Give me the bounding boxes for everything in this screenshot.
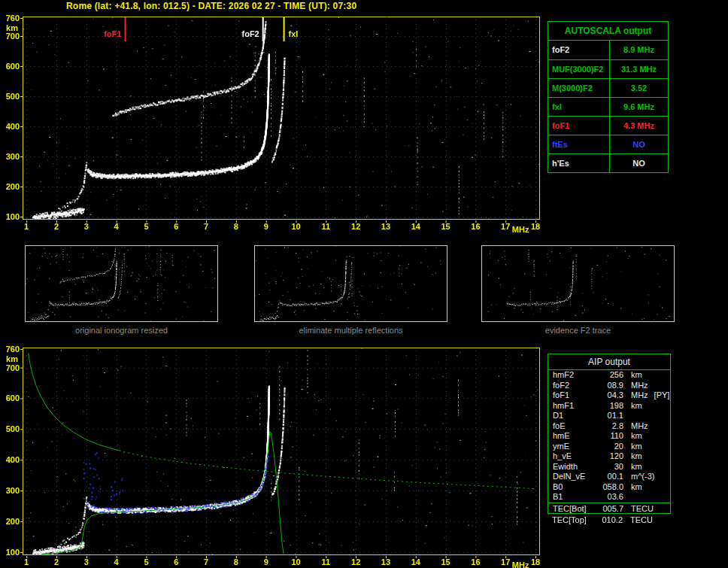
autoscala-output-table: AUTOSCALA output foF28.9 MHzMUF(3000)F23… bbox=[548, 21, 669, 173]
thumbnail-original-ionogram bbox=[25, 245, 218, 322]
aip-row-B1: B103.6 bbox=[548, 492, 670, 503]
autoscala-output-title: AUTOSCALA output bbox=[548, 22, 668, 41]
autoscala-value-M3000F2: 3.52 bbox=[610, 79, 668, 97]
autoscala-row-M3000F2: M(3000)F23.52 bbox=[548, 78, 668, 97]
aip-param-tec-top: TEC[Top] bbox=[552, 515, 596, 525]
thumbnail-caption-original: original ionogram resized bbox=[25, 326, 218, 335]
autoscala-param-M3000F2: M(3000)F2 bbox=[548, 79, 610, 97]
aip-unit-tec-bot: TECU bbox=[631, 503, 654, 514]
thumbnail-evidence-f2 bbox=[481, 245, 675, 322]
autoscala-value-hEs: NO bbox=[610, 154, 668, 172]
aip-row-foE: foE2.8MHz bbox=[548, 421, 670, 432]
ionogram-bottom-canvas bbox=[0, 343, 549, 568]
aip-row-DelN_vE: DelN_vE00.1m^(-3) bbox=[548, 472, 670, 482]
autoscala-value-ftEs: NO bbox=[610, 135, 668, 153]
autoscala-param-MUF3000F2: MUF(3000)F2 bbox=[548, 60, 610, 78]
autoscala-row-ftEs: ftEsNO bbox=[548, 135, 668, 153]
autoscala-row-foF2: foF28.9 MHz bbox=[548, 41, 668, 59]
aip-row-foF2: foF208.9MHz bbox=[548, 381, 670, 391]
aip-value-tec-top: 010.2 bbox=[596, 515, 623, 525]
autoscala-row-fxI: fxI9.6 MHz bbox=[548, 97, 668, 116]
thumbnail-original-canvas bbox=[26, 246, 217, 321]
autoscala-param-hEs: h'Es bbox=[548, 154, 610, 172]
autoscala-row-MUF3000F2: MUF(3000)F231.3 MHz bbox=[548, 59, 668, 78]
aip-row-Ewidth: Ewidth30km bbox=[548, 462, 670, 472]
autoscala-param-ftEs: ftEs bbox=[548, 135, 610, 153]
aip-param-tec-bot: TEC[Bot] bbox=[553, 503, 596, 514]
aip-row-tec-bot: TEC[Bot]005.7TECU bbox=[548, 503, 670, 513]
thumbnail-evidence-f2-canvas bbox=[482, 246, 674, 321]
aip-row-foF1: foF104.3MHz[PY] bbox=[548, 390, 670, 401]
autoscala-value-fxI: 9.6 MHz bbox=[610, 98, 668, 116]
autoscala-value-MUF3000F2: 31.3 MHz bbox=[610, 60, 668, 78]
autoscala-value-foF2: 8.9 MHz bbox=[610, 41, 668, 59]
ionogram-top-canvas bbox=[0, 12, 549, 234]
autoscala-param-fxI: fxI bbox=[548, 98, 610, 116]
thumbnail-eliminate-reflections bbox=[254, 245, 447, 322]
aip-unit-tec-top: TECU bbox=[630, 515, 653, 525]
aip-row-hmF1: hmF1198km bbox=[548, 401, 670, 412]
page-title: Rome (lat: +41.8, lon: 012.5) - DATE: 20… bbox=[66, 1, 356, 11]
aip-row-D1: D101.1 bbox=[548, 411, 670, 421]
aip-row-ymE: ymE20km bbox=[548, 442, 670, 452]
aip-row-B0: B0058.0km bbox=[548, 482, 670, 493]
autoscala-param-foF2: foF2 bbox=[548, 41, 610, 59]
autoscala-row-foF1: foF14.3 MHz bbox=[548, 116, 668, 135]
thumbnail-caption-eliminate-reflections: eliminate multiple reflections bbox=[254, 326, 447, 335]
aip-output-table: AIP output hmF2256kmfoF208.9MHzfoF104.3M… bbox=[548, 354, 671, 514]
autoscala-param-foF1: foF1 bbox=[548, 117, 610, 135]
aip-row-hmF2: hmF2256km bbox=[548, 370, 670, 381]
aip-value-tec-bot: 005.7 bbox=[596, 503, 623, 514]
thumbnail-caption-evidence-f2: evidence F2 trace bbox=[481, 326, 675, 335]
aip-row-hmE: hmE110km bbox=[548, 431, 670, 442]
aip-rows: hmF2256kmfoF208.9MHzfoF104.3MHz[PY]hmF11… bbox=[548, 370, 670, 503]
thumbnail-eliminate-reflections-canvas bbox=[255, 246, 447, 321]
aip-row-tec-top: TEC[Top]010.2TECU bbox=[548, 515, 671, 525]
autoscala-row-hEs: h'EsNO bbox=[548, 153, 668, 172]
autoscala-rows: foF28.9 MHzMUF(3000)F231.3 MHzM(3000)F23… bbox=[548, 41, 668, 172]
autoscala-value-foF1: 4.3 MHz bbox=[610, 117, 668, 135]
aip-output-title: AIP output bbox=[548, 354, 670, 370]
aip-row-h_vE: h_vE120km bbox=[548, 451, 670, 462]
